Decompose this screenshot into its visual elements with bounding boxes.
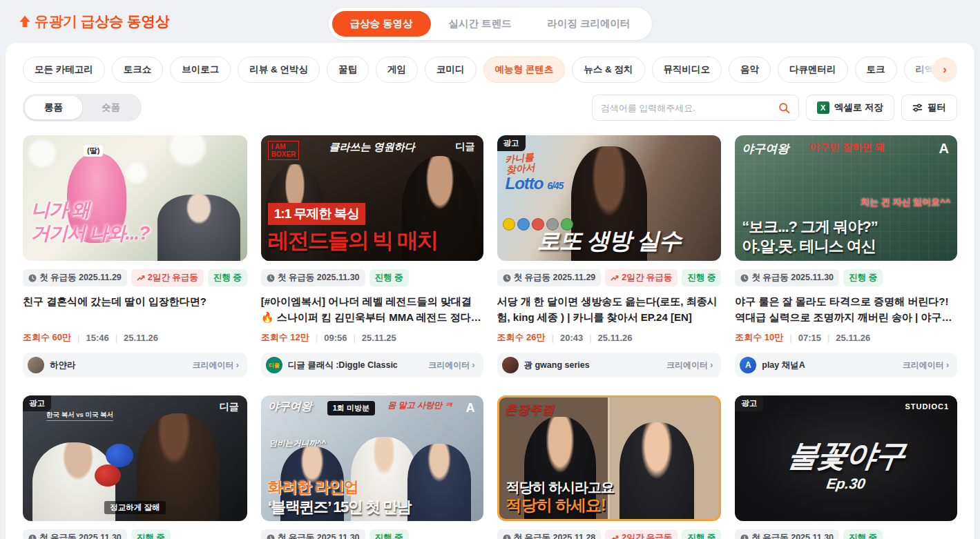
video-thumbnail[interactable]: 광고 STUDIOC1 불꽃야구 Ep.30 xyxy=(735,395,957,521)
ad-badge: 광고 xyxy=(735,395,763,411)
chip-documentary[interactable]: 다큐멘터리 xyxy=(778,57,848,83)
chip-talk[interactable]: 토크 xyxy=(855,57,897,83)
video-thumbnail[interactable]: 야구여왕 야구만 잘하면 돼 A 치는 건 자신 있어요^^ “보크...? 그… xyxy=(735,135,957,261)
video-date: 25.11.26 xyxy=(836,333,870,343)
excel-export-button[interactable]: X 엑셀로 저장 xyxy=(806,95,894,121)
video-thumbnail[interactable]: 광고 카니를 찾아서 Lotto 6/45 로또 생방 실수 xyxy=(497,135,722,261)
page-header: 유광기 급상승 동영상 급상승 동영상 실시간 트렌드 라이징 크리에이터 xyxy=(0,0,980,43)
up-arrow-icon xyxy=(18,14,32,28)
filter-label: 필터 xyxy=(928,101,946,114)
channel-row[interactable]: 하얀라 크리에이터 › xyxy=(23,353,247,378)
search-icon[interactable] xyxy=(778,102,790,114)
chip-talkshow[interactable]: 토크쇼 xyxy=(112,57,164,83)
badge-row: 첫 유급동 2025.11.29 2일간 유급동 진행 중 xyxy=(497,269,722,286)
badge-row: 첫 유급동 2025.11.30 진행 중 xyxy=(735,269,957,286)
blue-glove xyxy=(106,444,133,467)
badge-row: 첫 유급동 2025.11.30 진행 중 xyxy=(261,269,483,286)
decor-flower xyxy=(126,163,147,184)
chips-scroll-next-button[interactable]: › xyxy=(932,57,957,82)
thumb-caption-line2: ‘블랙퀸즈’ 15인 첫 만남 xyxy=(268,497,411,518)
video-duration: 20:43 xyxy=(560,333,583,343)
ad-badge: 광고 xyxy=(23,395,51,411)
channel-row[interactable]: A play 채널A 크리에이터 › xyxy=(735,353,957,378)
show-logo: 촌장주점 xyxy=(505,402,555,418)
excel-export-label: 엑셀로 저장 xyxy=(834,101,883,114)
thumb-episode-text: Ep.30 xyxy=(825,476,866,492)
chip-news-politics[interactable]: 뉴스 & 정치 xyxy=(572,57,644,83)
creator-link[interactable]: 크리에이터 › xyxy=(192,360,238,371)
chip-tips[interactable]: 꿀팁 xyxy=(327,57,369,83)
chip-review-unboxing[interactable]: 리뷰 & 언박싱 xyxy=(238,57,320,83)
first-date-badge: 첫 유급동 2025.11.30 xyxy=(261,529,365,539)
avatar: A xyxy=(740,357,756,373)
red-glove xyxy=(95,464,121,487)
creator-link[interactable]: 크리에이터 › xyxy=(903,360,949,371)
video-duration: 07:15 xyxy=(798,333,821,343)
filter-button[interactable]: 필터 xyxy=(901,95,957,121)
chip-game[interactable]: 게임 xyxy=(376,57,418,83)
badge-row: 첫 유급동 2025.11.30 진행 중 xyxy=(261,529,483,539)
woman-figure xyxy=(619,422,694,521)
first-date-badge: 첫 유급동 2025.11.30 xyxy=(261,269,365,286)
main-tab-group: 급상승 동영상 실시간 트렌드 라이징 크리에이터 xyxy=(327,7,652,41)
video-thumbnail[interactable]: 광고 한국 복서 vs 미국 복서 디글 정교하게 잘해 xyxy=(23,395,247,521)
clock-icon xyxy=(503,274,511,282)
trend-badge: 2일간 유급동 xyxy=(131,269,204,286)
show-logo: 야구여왕 xyxy=(268,400,312,414)
chip-entertainment[interactable]: 예능형 콘텐츠 xyxy=(483,57,566,83)
chip-vlog[interactable]: 브이로그 xyxy=(170,57,231,83)
video-stats: 조회수 26만| 20:43| 25.11.26 xyxy=(497,331,722,344)
chip-musicvideo[interactable]: 뮤직비디오 xyxy=(652,57,722,83)
first-date-badge: 첫 유급동 2025.11.29 xyxy=(497,269,602,286)
video-card: 광고 카니를 찾아서 Lotto 6/45 로또 생방 실수 첫 유급동 202… xyxy=(497,135,722,378)
channel-name: 디글 클래식 :Diggle Classic xyxy=(288,360,423,371)
tab-rising-creators[interactable]: 라이징 크리에이터 xyxy=(530,11,648,37)
channel-row[interactable]: 광 gwang series 크리에이터 › xyxy=(497,353,722,378)
list-toolbar: 롱폼 숏폼 X 엑셀로 저장 xyxy=(23,94,957,121)
video-title[interactable]: 친구 결혼식에 갔는데 딸이 입장한다면? xyxy=(23,294,247,325)
clock-icon xyxy=(740,274,749,282)
status-badge: 진행 중 xyxy=(369,269,409,286)
tab-trending-videos[interactable]: 급상승 동영상 xyxy=(332,11,430,37)
channel-row[interactable]: 디클 디글 클래식 :Diggle Classic 크리에이터 › xyxy=(261,353,483,378)
video-thumbnail[interactable]: (딸) 니가 왜 거기서 나와...? xyxy=(23,135,247,261)
trend-badge: 2일간 유급동 xyxy=(605,529,678,539)
toggle-shortform[interactable]: 숏폼 xyxy=(82,96,140,119)
unaired-badge: 1회 미방분 xyxy=(327,401,375,415)
video-card: 야구여왕 1회 미방분 몸 말고 사랑만 ㅋ A 덤비는거니까^^ 화려한 라인… xyxy=(261,395,483,539)
video-grid: (딸) 니가 왜 거기서 나와...? 첫 유급동 2025.11.29 2일간… xyxy=(23,135,957,539)
show-logo: 야구여왕 xyxy=(742,141,789,157)
view-count: 조회수 26만 xyxy=(497,331,546,344)
channel-name: 광 gwang series xyxy=(524,360,661,371)
video-title[interactable]: 야구 룰은 잘 몰라도 타격으로 증명해 버린다?! 역대급 실력으로 조명까지… xyxy=(735,294,957,325)
search-box[interactable] xyxy=(592,95,799,121)
status-badge: 진행 중 xyxy=(682,529,721,539)
search-input[interactable] xyxy=(601,103,778,113)
video-thumbnail[interactable]: 촌장주점 적당히 하시라고요 적당히 하세요! xyxy=(497,395,722,521)
chip-music[interactable]: 음악 xyxy=(729,57,771,83)
video-card: (딸) 니가 왜 거기서 나와...? 첫 유급동 2025.11.29 2일간… xyxy=(23,135,247,378)
video-title[interactable]: 서당 개 한 달이면 생방송도 읊는다(로또, 최종시험, king 세종 ) … xyxy=(497,294,722,325)
main-panel: 모든 카테고리 토크쇼 브이로그 리뷰 & 언박싱 꿀팁 게임 코미디 예능형 … xyxy=(6,43,974,539)
video-thumbnail[interactable]: 야구여왕 1회 미방분 몸 말고 사랑만 ㅋ A 덤비는거니까^^ 화려한 라인… xyxy=(261,395,483,521)
toggle-longform[interactable]: 롱폼 xyxy=(25,96,82,119)
chip-comedy[interactable]: 코미디 xyxy=(425,57,477,83)
creator-link[interactable]: 크리에이터 › xyxy=(666,360,713,371)
studio-c1-logo: STUDIOC1 xyxy=(905,402,949,411)
video-thumbnail[interactable]: I AM BOXER 클라쓰는 영원하다 디글 1:1 무제한 복싱 레전드들의… xyxy=(261,135,483,261)
thumb-caption: 니가 왜 거기서 나와...? xyxy=(31,199,150,246)
thumb-speech-text: 치는 건 자신 있어요^^ xyxy=(861,196,950,208)
video-title[interactable]: [#아이엠복서] 어나더 레벨 레전드들의 맞대결 🔥 스나이퍼 킴 김민욱부터… xyxy=(261,294,483,325)
chip-all-categories[interactable]: 모든 카테고리 xyxy=(23,57,105,83)
view-count: 조회수 12만 xyxy=(261,331,309,344)
trending-up-icon xyxy=(611,275,619,282)
thumb-caption-big: 레전드들의 빅 매치 xyxy=(268,226,437,255)
toolbar-right-group: X 엑셀로 저장 필터 xyxy=(592,95,957,121)
creator-link[interactable]: 크리에이터 › xyxy=(428,360,474,371)
thumb-script-text: 카니를 찾아서 xyxy=(504,152,535,176)
badge-row: 첫 유급동 2025.11.30 진행 중 xyxy=(735,529,957,539)
tab-realtime-trends[interactable]: 실시간 트렌드 xyxy=(430,11,529,37)
trend-badge: 2일간 유급동 xyxy=(605,269,678,286)
channel-name: play 채널A xyxy=(762,360,896,371)
channel-a-logo: A xyxy=(939,141,949,157)
